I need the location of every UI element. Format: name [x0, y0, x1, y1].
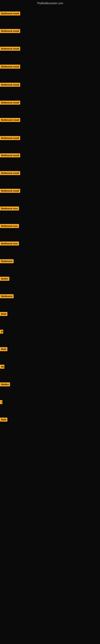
- bottleneck-badge-24: Bottl: [0, 418, 7, 422]
- badge-container-20: Bottl: [0, 347, 7, 352]
- bottleneck-badge-13: Bottleneck resu: [0, 224, 19, 228]
- badge-container-21: Bo: [0, 365, 4, 370]
- badge-container-17: Bottleneck: [0, 294, 14, 299]
- badge-container-2: Bottleneck result: [0, 29, 20, 34]
- bottleneck-badge-3: Bottleneck result: [0, 47, 20, 51]
- bottleneck-badge-21: Bo: [0, 365, 4, 369]
- badge-container-8: Bottleneck result: [0, 136, 20, 141]
- badge-container-22: Bottlen: [0, 382, 10, 387]
- bottleneck-badge-17: Bottleneck: [0, 294, 14, 298]
- bottleneck-badge-5: Bottleneck result: [0, 83, 20, 87]
- bottleneck-badge-9: Bottleneck result: [0, 153, 20, 158]
- bottleneck-badge-15: Bottleneck: [0, 259, 14, 263]
- badge-container-15: Bottleneck: [0, 259, 14, 264]
- badge-container-10: Bottleneck result: [0, 171, 20, 176]
- badge-container-24: Bottl: [0, 418, 7, 422]
- badge-container-3: Bottleneck result: [0, 47, 20, 52]
- badge-container-14: Bottleneck resu: [0, 242, 19, 246]
- bottleneck-badge-8: Bottleneck result: [0, 136, 20, 140]
- bottleneck-badge-4: Bottleneck result: [0, 64, 20, 69]
- bottleneck-badge-12: Bottleneck resu: [0, 206, 19, 210]
- badge-container-4: Bottleneck result: [0, 64, 20, 70]
- badge-container-7: Bottleneck result: [0, 118, 20, 123]
- bottleneck-badge-2: Bottleneck result: [0, 29, 20, 33]
- badge-container-19: B: [0, 330, 3, 334]
- bottleneck-badge-23: I: [0, 400, 2, 404]
- bottleneck-badge-18: Bottl: [0, 312, 7, 316]
- bottleneck-badge-22: Bottlen: [0, 382, 10, 386]
- bottleneck-badge-6: Bottleneck result: [0, 100, 20, 105]
- bottleneck-badge-19: B: [0, 330, 3, 334]
- badge-container-13: Bottleneck resu: [0, 224, 19, 229]
- bottleneck-badge-10: Bottleneck result: [0, 171, 20, 175]
- badge-container-9: Bottleneck result: [0, 153, 20, 158]
- bottleneck-badge-11: Bottleneck result: [0, 189, 20, 193]
- badge-container-16: Bottler: [0, 277, 9, 282]
- bottleneck-badge-7: Bottleneck result: [0, 118, 20, 122]
- badge-container-5: Bottleneck result: [0, 83, 20, 88]
- badge-container-1: Bottleneck result: [0, 12, 20, 16]
- site-title: TheBottlenecker.com: [0, 0, 100, 6]
- bottleneck-badge-20: Bottl: [0, 347, 7, 351]
- bottleneck-badge-16: Bottler: [0, 277, 9, 281]
- badge-container-6: Bottleneck result: [0, 100, 20, 106]
- badge-container-12: Bottleneck resu: [0, 206, 19, 211]
- bottleneck-badge-1: Bottleneck result: [0, 12, 20, 16]
- badge-container-18: Bottl: [0, 312, 7, 317]
- badge-container-23: I: [0, 400, 2, 405]
- badge-container-11: Bottleneck result: [0, 189, 20, 194]
- bottleneck-badge-14: Bottleneck resu: [0, 242, 19, 246]
